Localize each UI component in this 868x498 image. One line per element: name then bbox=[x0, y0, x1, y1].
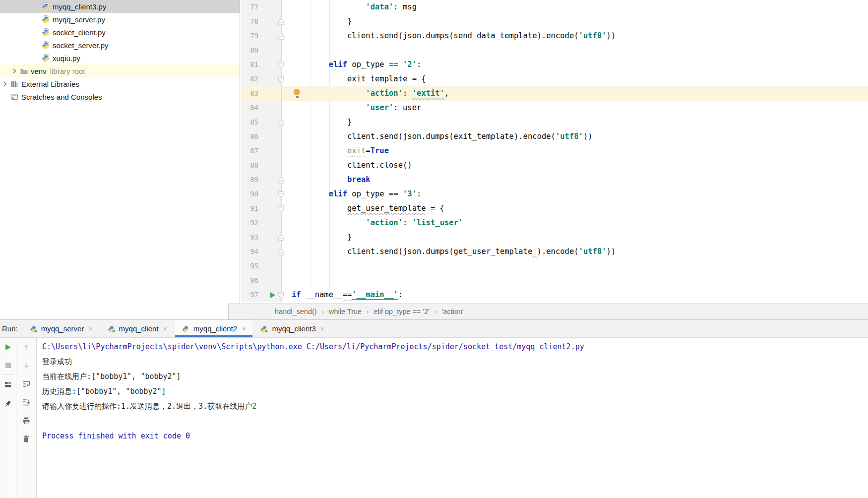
editor-line-94[interactable]: 94 client.send(json.dumps(get_user_templ… bbox=[241, 245, 868, 259]
gutter-fold-area bbox=[282, 0, 292, 14]
editor-line-95[interactable]: 95 bbox=[241, 259, 868, 273]
close-tab-icon[interactable]: × bbox=[163, 325, 167, 332]
tree-item-scratches-and-consoles[interactable]: Scratches and Consoles bbox=[0, 90, 240, 103]
rerun-icon[interactable] bbox=[3, 343, 12, 352]
fold-marker-icon[interactable] bbox=[278, 62, 284, 68]
editor-line-80[interactable]: 80 bbox=[241, 43, 868, 58]
python-file-icon bbox=[42, 41, 50, 50]
line-number: 77 bbox=[241, 0, 282, 14]
editor-line-87[interactable]: 87 exit=True bbox=[241, 144, 868, 158]
tree-item-sublabel: library root bbox=[50, 67, 85, 75]
code-text: client.close() bbox=[292, 158, 868, 173]
editor-line-88[interactable]: 88 client.close() bbox=[241, 158, 868, 173]
line-number: 84 bbox=[241, 101, 282, 115]
breadcrumb-item[interactable]: handl_send() bbox=[275, 308, 317, 315]
fold-marker-icon[interactable] bbox=[278, 191, 284, 198]
tree-item-myqq-server-py[interactable]: myqq_server.py bbox=[0, 13, 240, 26]
gutter-fold-area bbox=[282, 230, 292, 245]
scroll-to-end-icon[interactable] bbox=[22, 398, 31, 407]
clear-all-icon[interactable] bbox=[22, 435, 31, 443]
editor-line-81[interactable]: 81 elif op_type == '2': bbox=[241, 58, 868, 72]
fold-marker-icon[interactable] bbox=[278, 18, 284, 25]
gutter-fold-area bbox=[282, 259, 292, 273]
editor-line-90[interactable]: 90 elif op_type == '3': bbox=[241, 187, 868, 201]
code-text: get_user_template = { bbox=[292, 201, 868, 216]
line-number: 82 bbox=[241, 72, 282, 86]
fold-marker-icon[interactable] bbox=[278, 249, 284, 255]
tree-item-label: xuqiu.py bbox=[53, 54, 80, 62]
tree-item-myqq-client3-py[interactable]: myqq_client3.py bbox=[0, 0, 240, 13]
code-text: } bbox=[292, 115, 868, 129]
fold-marker-icon[interactable] bbox=[278, 292, 284, 299]
console-line: 登录成功 bbox=[42, 354, 868, 369]
run-line-icon[interactable] bbox=[270, 292, 275, 298]
pin-tab-icon[interactable] bbox=[3, 399, 12, 408]
fold-marker-icon[interactable] bbox=[278, 33, 284, 40]
tree-item-xuqiu-py[interactable]: xuqiu.py bbox=[0, 52, 240, 64]
breadcrumb-item[interactable]: while True bbox=[329, 308, 362, 315]
python-icon bbox=[182, 325, 190, 333]
close-tab-icon[interactable]: × bbox=[88, 325, 92, 332]
line-number: 91 bbox=[241, 201, 282, 216]
code-text: exit=True bbox=[292, 144, 868, 158]
line-number: 93 bbox=[241, 230, 282, 245]
editor-line-83[interactable]: 83 'action': 'extit', bbox=[241, 86, 868, 101]
editor-line-84[interactable]: 84 'user': user bbox=[241, 101, 868, 115]
gutter-fold-area bbox=[282, 101, 292, 115]
editor-line-97[interactable]: 97if __name__=='__main__': bbox=[241, 288, 868, 302]
run-tool-window-tabs: Run: myqq_server×myqq_client×myqq_client… bbox=[0, 319, 868, 338]
fold-marker-icon[interactable] bbox=[278, 205, 284, 212]
editor-line-91[interactable]: 91 get_user_template = { bbox=[241, 201, 868, 216]
fold-marker-icon[interactable] bbox=[278, 76, 284, 83]
run-tab-myqq_client[interactable]: myqq_client× bbox=[101, 320, 174, 337]
gutter-fold-area bbox=[282, 144, 292, 158]
tree-item-label: myqq_client3.py bbox=[53, 2, 106, 11]
editor-line-93[interactable]: 93 } bbox=[241, 230, 868, 245]
tree-item-socket-server-py[interactable]: socket_server.py bbox=[0, 39, 240, 52]
fold-marker-icon[interactable] bbox=[278, 177, 284, 184]
code-editor[interactable]: 77 'data': msg78 }79 client.send(json.du… bbox=[241, 0, 868, 303]
toolbar-divider bbox=[2, 374, 14, 375]
breadcrumb-item[interactable]: elif op_type == '2' bbox=[373, 308, 430, 315]
breadcrumb-item[interactable]: 'action' bbox=[442, 308, 464, 315]
close-tab-icon[interactable]: × bbox=[320, 325, 324, 332]
editor-line-82[interactable]: 82 exit_template = { bbox=[241, 72, 868, 86]
print-icon[interactable] bbox=[22, 416, 31, 425]
editor-line-79[interactable]: 79 client.send(json.dumps(send_data_temp… bbox=[241, 29, 868, 43]
line-number: 81 bbox=[241, 58, 282, 72]
down-stack-trace-icon[interactable] bbox=[22, 361, 31, 370]
editor-line-96[interactable]: 96 bbox=[241, 273, 868, 288]
restore-layout-icon[interactable] bbox=[3, 380, 12, 389]
code-text: exit_template = { bbox=[292, 72, 868, 86]
run-tab-myqq_server[interactable]: myqq_server× bbox=[23, 320, 100, 337]
soft-wrap-icon[interactable] bbox=[22, 379, 31, 388]
code-text: elif op_type == '2': bbox=[292, 58, 868, 72]
run-tab-myqq_client3[interactable]: myqq_client3× bbox=[253, 320, 331, 337]
editor-line-78[interactable]: 78 } bbox=[241, 14, 868, 29]
gutter-fold-area bbox=[282, 115, 292, 129]
gutter-fold-area bbox=[282, 273, 292, 288]
up-stack-trace-icon[interactable] bbox=[22, 343, 31, 352]
run-tab-myqq_client2[interactable]: myqq_client2× bbox=[175, 320, 253, 337]
fold-marker-icon[interactable] bbox=[278, 119, 284, 126]
editor-line-89[interactable]: 89 break bbox=[241, 173, 868, 187]
toolbar-divider bbox=[2, 394, 14, 394]
gutter-fold-area bbox=[282, 245, 292, 259]
code-text: if __name__=='__main__': bbox=[292, 288, 868, 302]
stop-icon[interactable] bbox=[3, 361, 12, 370]
chevron-right-icon[interactable] bbox=[1, 80, 8, 87]
close-tab-icon[interactable]: × bbox=[242, 325, 246, 332]
editor-line-86[interactable]: 86 client.send(json.dumps(exit_template)… bbox=[241, 129, 868, 144]
editor-line-77[interactable]: 77 'data': msg bbox=[241, 0, 868, 14]
gutter-fold-area bbox=[282, 86, 292, 101]
intention-bulb-icon[interactable] bbox=[294, 89, 301, 98]
tree-item-external-libraries[interactable]: External Libraries bbox=[0, 77, 240, 90]
tree-item-venv[interactable]: venvlibrary root bbox=[0, 64, 240, 77]
chevron-right-icon[interactable] bbox=[11, 67, 18, 74]
editor-line-85[interactable]: 85 } bbox=[241, 115, 868, 129]
editor-line-92[interactable]: 92 'action': 'list_user' bbox=[241, 216, 868, 230]
gutter-fold-area bbox=[282, 129, 292, 144]
tree-item-socket-client-py[interactable]: socket_client.py bbox=[0, 26, 240, 39]
fold-marker-icon[interactable] bbox=[278, 234, 284, 241]
run-toolbar bbox=[0, 338, 16, 498]
